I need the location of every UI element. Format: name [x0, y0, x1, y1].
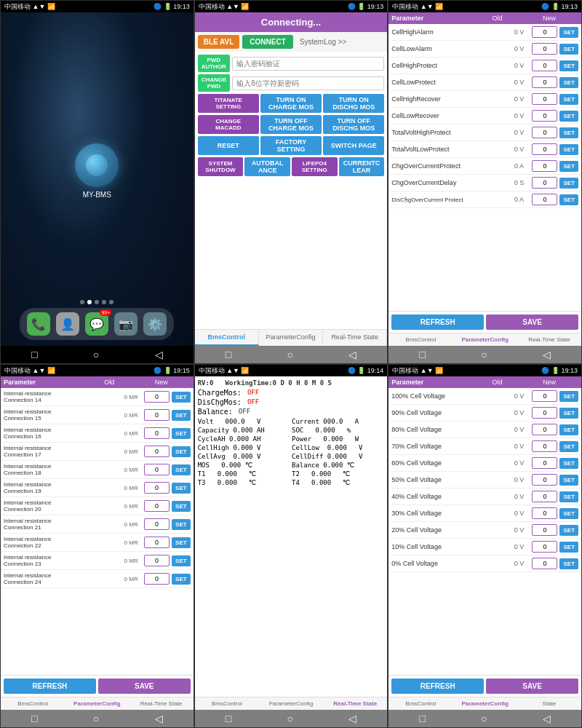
- tab-param-4[interactable]: ParameterConfig: [65, 697, 129, 710]
- totalvolthigh-input[interactable]: [532, 127, 557, 138]
- cv-40-input[interactable]: [532, 491, 557, 502]
- titanate-setting-button[interactable]: TITANATESETTING: [198, 94, 259, 113]
- cv-80-input[interactable]: [532, 424, 557, 435]
- tab-param-6[interactable]: ParameterConfig: [453, 697, 517, 710]
- nav-back-1[interactable]: ◁: [155, 349, 163, 360]
- ir-23-input[interactable]: [144, 555, 170, 566]
- tab-param-5[interactable]: ParameterConfig: [259, 697, 323, 710]
- celllowalarm-input[interactable]: [532, 43, 557, 55]
- refresh-button-4[interactable]: REFRESH: [4, 678, 96, 694]
- nav-back-3[interactable]: ◁: [543, 349, 551, 360]
- ir-16-set[interactable]: SET: [172, 428, 191, 439]
- reset-button[interactable]: RESET: [198, 136, 259, 155]
- ir-24-input[interactable]: [144, 573, 170, 585]
- ir-24-set[interactable]: SET: [172, 574, 191, 585]
- nav-square-4[interactable]: □: [31, 713, 37, 724]
- ir-14-set[interactable]: SET: [172, 392, 191, 403]
- ble-avl-button[interactable]: BLE AVL: [198, 35, 240, 49]
- cv-90-input[interactable]: [532, 407, 557, 419]
- cellhighrecover-input[interactable]: [532, 93, 557, 105]
- nav-back-6[interactable]: ◁: [543, 713, 551, 724]
- system-shutdow-button[interactable]: SYSTEMSHUTDOW: [198, 157, 244, 176]
- celllowprotect-input[interactable]: [532, 76, 557, 88]
- totalvolthigh-set[interactable]: SET: [559, 127, 578, 138]
- pwd-author-button[interactable]: PWDAUTHOR: [198, 55, 230, 72]
- cv-40-set[interactable]: SET: [559, 491, 578, 502]
- tab-realtime-4[interactable]: Real-Time State: [129, 697, 193, 710]
- dock-settings[interactable]: ⚙️: [143, 312, 167, 336]
- tab-realtime-5[interactable]: Real-Time State: [323, 697, 387, 710]
- dock-phone[interactable]: 📞: [27, 312, 50, 336]
- cv-70-set[interactable]: SET: [559, 441, 578, 452]
- ir-22-input[interactable]: [144, 537, 170, 548]
- cv-20-input[interactable]: [532, 524, 557, 536]
- cv-100-set[interactable]: SET: [559, 391, 578, 402]
- cv-70-input[interactable]: [532, 440, 557, 452]
- change-pwd-button[interactable]: CHANGEPWD: [198, 74, 231, 92]
- cellhighprotect-set[interactable]: SET: [559, 60, 578, 71]
- cv-80-set[interactable]: SET: [559, 424, 578, 435]
- ir-20-input[interactable]: [144, 500, 170, 512]
- autobalance-button[interactable]: AUTOBALANCE: [244, 157, 290, 176]
- tab-param-3[interactable]: ParameterConfig: [453, 333, 517, 346]
- totalvoltlow-input[interactable]: [532, 143, 557, 155]
- cv-10-set[interactable]: SET: [559, 542, 578, 553]
- save-button-6[interactable]: SAVE: [486, 678, 578, 694]
- dock-camera[interactable]: 📷: [114, 312, 137, 336]
- nav-back-2[interactable]: ◁: [348, 349, 356, 360]
- nav-circle-5[interactable]: ○: [287, 713, 292, 724]
- cellhighrecover-set[interactable]: SET: [559, 94, 578, 105]
- ir-18-input[interactable]: [144, 464, 170, 475]
- dischgover-input[interactable]: [532, 194, 557, 205]
- totalvoltlow-set[interactable]: SET: [559, 144, 578, 155]
- refresh-button-6[interactable]: REFRESH: [391, 678, 484, 694]
- tab-bms-6[interactable]: BmsControl: [388, 697, 453, 710]
- chgoverdelay-input[interactable]: [532, 177, 557, 189]
- connect-button[interactable]: CONNECT: [242, 35, 292, 49]
- nav-back-5[interactable]: ◁: [348, 713, 356, 724]
- turn-on-dischg-mos-button[interactable]: TURN ONDISCHG MOS: [323, 94, 384, 113]
- nav-circle-1[interactable]: ○: [93, 349, 99, 360]
- dock-chat[interactable]: 💬 99+: [85, 312, 108, 336]
- tab-realtime-2[interactable]: Real-Time State: [323, 330, 387, 346]
- ir-19-set[interactable]: SET: [172, 483, 191, 494]
- ir-19-input[interactable]: [144, 482, 170, 494]
- nav-square-2[interactable]: □: [226, 349, 231, 360]
- nav-circle-6[interactable]: ○: [481, 713, 487, 724]
- cellhighalarm-set[interactable]: SET: [559, 27, 578, 38]
- cv-20-set[interactable]: SET: [559, 525, 578, 536]
- cv-50-input[interactable]: [532, 474, 557, 486]
- dischgover-set[interactable]: SET: [559, 194, 578, 205]
- cv-30-set[interactable]: SET: [559, 508, 578, 519]
- tab-bms-control-2[interactable]: BmsControl: [195, 330, 259, 346]
- syslog-link[interactable]: SystemLog >>: [300, 38, 346, 46]
- tab-state-6[interactable]: State: [517, 697, 581, 710]
- nav-square-6[interactable]: □: [419, 713, 425, 724]
- factory-setting-button[interactable]: FACTORYSETTING: [260, 136, 322, 155]
- tab-param-config-2[interactable]: ParameterConfig: [259, 330, 323, 346]
- celllowrecover-set[interactable]: SET: [559, 111, 578, 122]
- pwd-input[interactable]: [232, 57, 384, 71]
- nav-circle-4[interactable]: ○: [93, 713, 99, 724]
- cv-0-set[interactable]: SET: [559, 558, 578, 569]
- ir-17-input[interactable]: [144, 446, 170, 457]
- save-button-4[interactable]: SAVE: [98, 678, 191, 694]
- celllowalarm-set[interactable]: SET: [559, 44, 578, 55]
- ir-23-set[interactable]: SET: [172, 555, 191, 566]
- ir-15-input[interactable]: [144, 409, 170, 421]
- change-macadd-button[interactable]: CHANGEMACADD: [198, 115, 259, 134]
- change-pwd-input[interactable]: [232, 76, 384, 90]
- cv-0-input[interactable]: [532, 558, 557, 569]
- cv-60-set[interactable]: SET: [559, 458, 578, 469]
- nav-square-1[interactable]: □: [31, 349, 37, 360]
- ir-16-input[interactable]: [144, 427, 170, 439]
- ir-17-set[interactable]: SET: [172, 446, 191, 457]
- chgovercurrent-input[interactable]: [532, 160, 557, 172]
- nav-square-5[interactable]: □: [226, 713, 231, 724]
- cv-50-set[interactable]: SET: [559, 475, 578, 486]
- cellhighalarm-input[interactable]: [532, 26, 557, 38]
- refresh-button-3[interactable]: REFRESH: [391, 314, 484, 330]
- cv-60-input[interactable]: [532, 457, 557, 469]
- mybms-icon[interactable]: [75, 143, 119, 187]
- ir-15-set[interactable]: SET: [172, 410, 191, 421]
